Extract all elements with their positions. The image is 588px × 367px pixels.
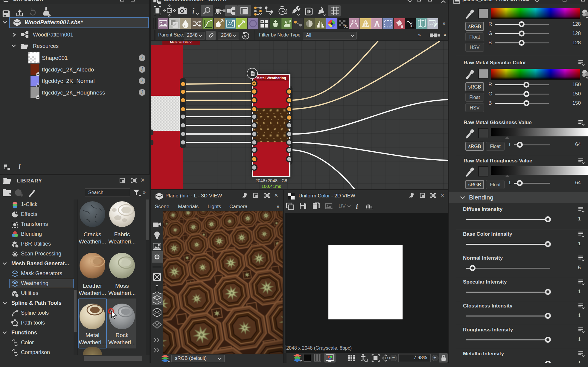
svg-text:01: 01 xyxy=(344,24,348,28)
svg-text:i: i xyxy=(356,202,358,210)
svg-text:A: A xyxy=(374,19,380,28)
svg-text:UV: UV xyxy=(339,203,346,209)
svg-text:1:1: 1:1 xyxy=(385,357,389,360)
svg-text:i: i xyxy=(192,7,194,15)
svg-text:01: 01 xyxy=(410,24,414,28)
